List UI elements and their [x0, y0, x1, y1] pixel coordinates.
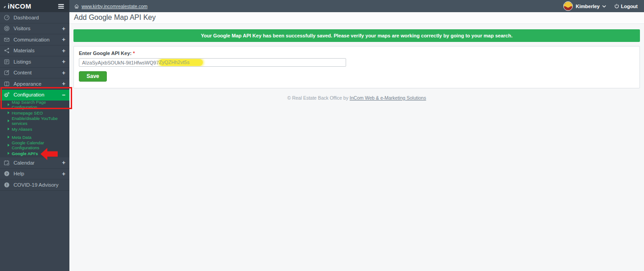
subitem-label: Meta Data [12, 135, 32, 140]
subitem-label: My Aliases [12, 127, 32, 132]
hamburger-icon[interactable] [58, 3, 64, 9]
caret-icon [8, 136, 9, 138]
chevron-down-icon[interactable] [602, 5, 606, 8]
sidebar-item-materials[interactable]: Materials + [0, 46, 69, 57]
page-title: Add Google Map API Key [69, 12, 644, 24]
sidebar-item-label: Configuration [14, 92, 62, 97]
subitem-label: Google Calendar Configurations [12, 140, 69, 150]
sidebar-item-label: COVID-19 Advisory [14, 182, 65, 188]
envelope-icon [4, 37, 10, 43]
svg-text:?: ? [6, 172, 8, 176]
sidebar-item-calendar[interactable]: Calendar + [0, 157, 69, 169]
user-name[interactable]: Kimberley [576, 4, 600, 9]
sidebar-item-label: Listings [14, 59, 62, 64]
api-key-label: Enter Google API Key: * [79, 51, 635, 56]
plus-icon[interactable]: + [62, 70, 65, 76]
required-asterisk: * [133, 51, 135, 56]
gears-icon [4, 92, 10, 98]
api-key-card: Enter Google API Key: * AIzaSyAjxbSOUkN-… [73, 46, 640, 88]
api-key-value: AIzaSyAjxbSOUkN-9it1HfwsWQ97 [82, 60, 159, 65]
success-message: Your Google Map API Key has been success… [201, 33, 512, 38]
sidebar-item-label: Content [14, 70, 62, 75]
caret-icon [8, 128, 9, 130]
sidebar-item-help[interactable]: ? Help + [0, 169, 69, 180]
power-icon [614, 4, 619, 9]
subitem-youtube-services[interactable]: Enable/disable YouTube services [0, 117, 69, 125]
sidebar-item-configuration[interactable]: Configuration − [0, 90, 69, 101]
sidebar-item-label: Appearance [14, 81, 62, 87]
api-key-label-text: Enter Google API Key: [79, 51, 132, 56]
edit-icon [4, 69, 10, 76]
subitem-label: Enable/disable YouTube services [12, 116, 69, 126]
footer-text: © Real Estate Back Office by [288, 95, 350, 101]
home-icon [74, 4, 79, 9]
subitem-label: Map Search Page Configuration [12, 100, 69, 110]
caret-icon [8, 144, 9, 147]
footer: © Real Estate Back Office by InCom Web &… [69, 95, 644, 101]
minus-icon[interactable]: − [62, 92, 65, 98]
caret-icon [8, 111, 9, 114]
sidebar-item-content[interactable]: Content + [0, 68, 69, 79]
sidebar-item-label: Calendar [14, 160, 62, 165]
caret-icon [8, 119, 9, 122]
plus-icon[interactable]: + [62, 171, 65, 177]
sidebar-item-visitors[interactable]: Visitors + [0, 23, 69, 35]
layout-icon [4, 81, 10, 87]
configuration-submenu: Map Search Page Configuration Homepage S… [0, 101, 69, 157]
plus-icon[interactable]: + [62, 37, 65, 42]
sidebar-item-label: Help [14, 171, 62, 176]
plus-icon[interactable]: + [62, 48, 65, 54]
sidebar-item-covid-advisory[interactable]: ! COVID-19 Advisory [0, 179, 69, 191]
api-key-input[interactable]: AIzaSyAjxbSOUkN-9it1HfwsWQ97ZyQZHh2vt5s [79, 58, 346, 67]
save-button[interactable]: Save [79, 71, 107, 82]
caret-icon [8, 103, 9, 106]
logo-text: iNCOM [8, 3, 32, 9]
user-cluster: Kimberley Logout [563, 1, 638, 11]
site-url-text: www.kirby.incomrealestate.com [82, 4, 147, 9]
subitem-my-aliases[interactable]: My Aliases [0, 125, 69, 133]
subitem-label: Homepage SEO [12, 110, 43, 115]
logout-label: Logout [621, 4, 638, 9]
subitem-google-apis[interactable]: Google API's [0, 149, 69, 157]
sidebar-item-dashboard[interactable]: Dashboard [0, 12, 69, 23]
main-content: Add Google Map API Key Your Google Map A… [69, 12, 644, 271]
svg-text:!: ! [6, 183, 8, 187]
share-icon [4, 47, 10, 54]
sidebar-item-label: Communication [14, 37, 62, 42]
plus-icon[interactable]: + [62, 81, 65, 87]
footer-link[interactable]: InCom Web & e-Marketing Solutions [350, 95, 426, 101]
visitors-icon [4, 25, 10, 32]
logout-button[interactable]: Logout [614, 4, 638, 9]
dashboard-icon [4, 14, 10, 21]
sidebar-item-label: Materials [14, 48, 62, 53]
site-url-link[interactable]: www.kirby.incomrealestate.com [74, 4, 147, 9]
avatar[interactable] [563, 1, 573, 11]
caret-icon [8, 152, 9, 155]
plus-icon[interactable]: + [62, 59, 65, 64]
sidebar-item-listings[interactable]: Listings + [0, 56, 69, 68]
sidebar-item-label: Dashboard [14, 15, 65, 20]
app-root: iNCOM Dashboard Visitors + [0, 0, 644, 271]
sidebar-item-communication[interactable]: Communication + [0, 34, 69, 46]
listings-icon [4, 59, 10, 65]
sidebar: iNCOM Dashboard Visitors + [0, 0, 69, 271]
subitem-label: Google API's [12, 151, 38, 156]
sidebar-item-label: Visitors [14, 26, 62, 31]
success-banner: Your Google Map API Key has been success… [73, 29, 640, 42]
calendar-icon [4, 160, 10, 166]
top-navbar: www.kirby.incomrealestate.com Kimberley … [69, 0, 644, 12]
logo-signal-icon [4, 6, 7, 9]
subitem-google-calendar-configurations[interactable]: Google Calendar Configurations [0, 141, 69, 149]
advisory-icon: ! [4, 182, 10, 188]
subitem-map-search-page-configuration[interactable]: Map Search Page Configuration [0, 101, 69, 109]
sidebar-item-appearance[interactable]: Appearance + [0, 78, 69, 90]
api-key-value-highlighted: ZyQZHh2vt5s [159, 59, 203, 66]
logo-bar: iNCOM [0, 0, 69, 12]
plus-icon[interactable]: + [62, 160, 65, 165]
help-icon: ? [4, 170, 10, 177]
app-logo[interactable]: iNCOM [4, 3, 32, 9]
plus-icon[interactable]: + [62, 26, 65, 32]
